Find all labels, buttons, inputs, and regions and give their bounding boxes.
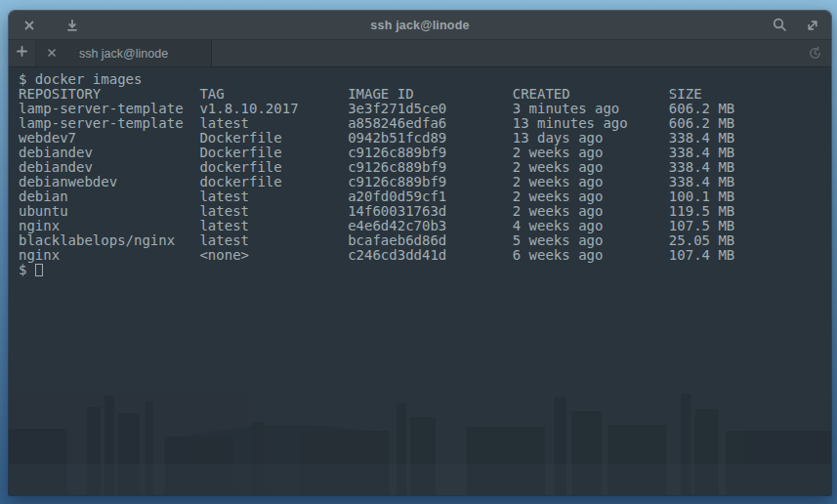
plus-icon: [15, 44, 29, 63]
image-row-line: lamp-server-template v1.8.10.2017 3e3f27…: [19, 102, 831, 116]
command-line: $ docker images: [19, 72, 831, 87]
image-row-line: ubuntu latest 14f60031763d 2 weeks ago 1…: [19, 204, 831, 219]
terminal-window: ssh jack@linode: [8, 10, 832, 496]
image-row-line: debiandev dockerfile c9126c889bf9 2 week…: [19, 160, 831, 175]
image-row-line: lamp-server-template latest a858246edfa6…: [19, 116, 831, 131]
image-row-line: debiandev Dockerfile c9126c889bf9 2 week…: [19, 146, 831, 160]
tab-close-button[interactable]: [45, 47, 59, 61]
close-button[interactable]: [21, 17, 38, 34]
search-button[interactable]: [771, 17, 788, 34]
image-row-line: nginx <none> c246cd3dd41d 6 weeks ago 10…: [19, 248, 831, 263]
close-icon: [21, 18, 37, 33]
image-row-line: debianwebdev dockerfile c9126c889bf9 2 w…: [19, 175, 831, 189]
tab-ssh-jack-linode[interactable]: ssh jack@linode: [36, 40, 212, 66]
desktop-wallpaper: { "colors": { "wallpaper_top": "#8cbcdb"…: [0, 0, 837, 504]
download-icon: [64, 18, 80, 33]
table-header-line: REPOSITORY TAG IMAGE ID CREATED SIZE: [19, 87, 831, 102]
maximize-button[interactable]: [804, 17, 821, 34]
search-icon: [772, 17, 788, 33]
prompt-line: $: [19, 263, 831, 277]
image-row-line: debian latest a20fd0d59cf1 2 weeks ago 1…: [19, 189, 831, 204]
image-row-line: webdev7 Dockerfile 0942b51fcd89 13 days …: [19, 131, 831, 146]
terminal-cursor: [35, 264, 43, 276]
city-skyline-silhouette: [9, 368, 831, 495]
restore-closed-tab-button[interactable]: [806, 45, 823, 63]
titlebar-left-controls: [21, 11, 81, 39]
image-row-line: blacklabelops/nginx latest bcafaeb6d86d …: [19, 233, 831, 248]
download-button[interactable]: [63, 17, 81, 34]
titlebar-right-controls: [771, 11, 821, 39]
terminal-output[interactable]: $ docker imagesREPOSITORY TAG IMAGE ID C…: [9, 67, 831, 495]
maximize-icon: [805, 18, 820, 33]
restore-closed-tab-icon: [807, 45, 823, 62]
terminal-lines: $ docker imagesREPOSITORY TAG IMAGE ID C…: [19, 72, 831, 277]
tab-bar: ssh jack@linode: [9, 40, 831, 67]
tab-label: ssh jack@linode: [79, 47, 168, 61]
tab-close-icon: [46, 45, 58, 63]
image-row-line: nginx latest e4e6d42c70b3 4 weeks ago 10…: [19, 219, 831, 233]
new-tab-button[interactable]: [9, 40, 36, 66]
titlebar[interactable]: ssh jack@linode: [9, 11, 831, 40]
window-title: ssh jack@linode: [9, 19, 831, 32]
